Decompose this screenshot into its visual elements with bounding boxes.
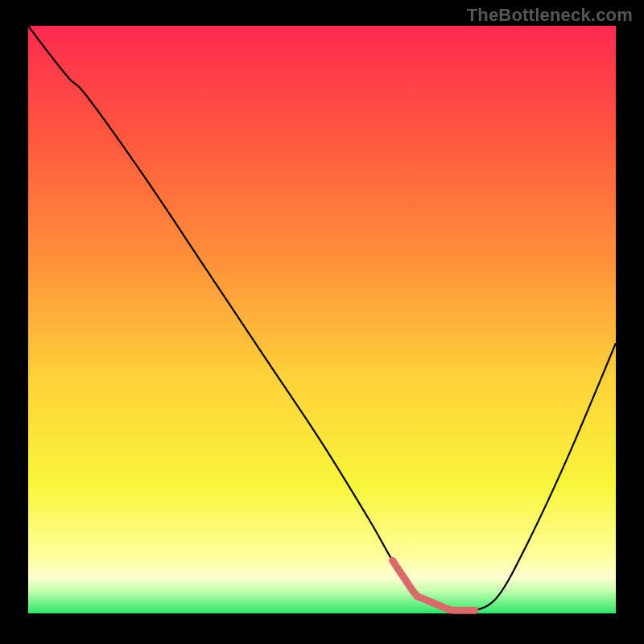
watermark-text: TheBottleneck.com (467, 5, 633, 26)
curve-layer (28, 26, 616, 613)
plot-area (28, 26, 616, 613)
bottleneck-curve (28, 26, 616, 613)
bottom-highlight (393, 560, 475, 610)
